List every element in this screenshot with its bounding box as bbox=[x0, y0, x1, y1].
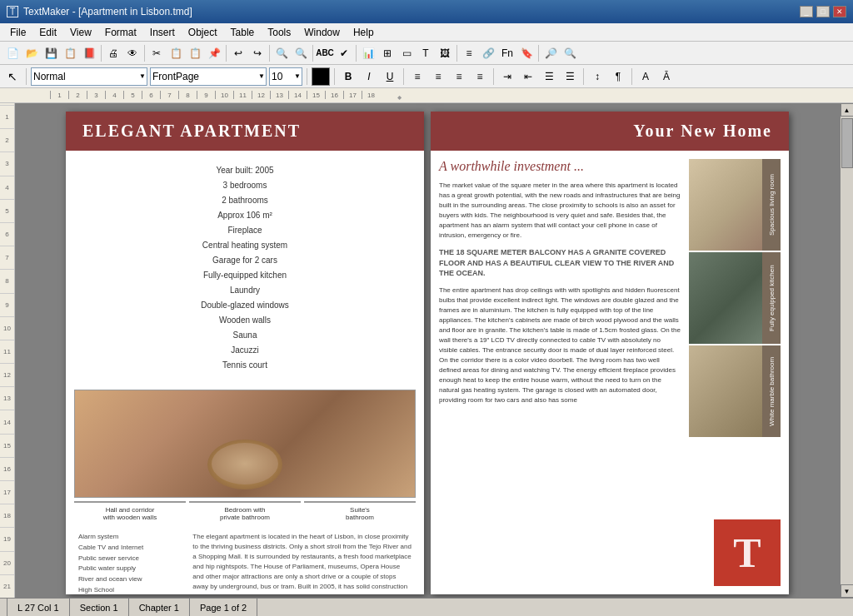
format-extra-button[interactable]: Ā bbox=[657, 67, 676, 86]
restore-button[interactable]: □ bbox=[816, 6, 830, 17]
paste-button[interactable]: 📋 bbox=[186, 44, 204, 62]
property-item: Fireplace bbox=[99, 223, 391, 238]
highlight-text: THE 18 SQUARE METER BALCONY HAS A GRANIT… bbox=[439, 247, 681, 279]
size-select[interactable]: 10 bbox=[269, 67, 302, 86]
numbered-list-button[interactable]: ☰ bbox=[561, 67, 579, 86]
open-button[interactable]: 📂 bbox=[22, 44, 41, 62]
kitchen-photo-label: Fully equipped kitchen bbox=[762, 252, 781, 344]
zoom-in-button[interactable]: 🔍 bbox=[561, 44, 579, 62]
bedroom-caption: Bedroom withprivate bathroom bbox=[189, 506, 301, 521]
paragraph-button[interactable]: ¶ bbox=[609, 67, 627, 86]
small-photos-row: Hall and corridorwith wooden walls Bedro… bbox=[74, 501, 416, 521]
menu-table[interactable]: Table bbox=[224, 25, 262, 40]
undo-button[interactable]: ↩ bbox=[229, 44, 247, 62]
list-button[interactable]: ☰ bbox=[540, 67, 558, 86]
close-button[interactable]: ✕ bbox=[833, 6, 846, 17]
minimize-button[interactable]: _ bbox=[800, 6, 813, 17]
paste-special-button[interactable]: 📌 bbox=[205, 44, 223, 62]
zoom-out-button[interactable]: 🔎 bbox=[541, 44, 560, 62]
fmt-sep-4 bbox=[493, 68, 494, 85]
copy-button[interactable]: 📋 bbox=[167, 44, 185, 62]
save-button[interactable]: 💾 bbox=[42, 44, 60, 62]
new-button[interactable]: 📄 bbox=[3, 44, 22, 62]
menu-window[interactable]: Window bbox=[297, 25, 347, 40]
italic-button[interactable]: I bbox=[360, 67, 378, 86]
menu-view[interactable]: View bbox=[63, 25, 98, 40]
chart-button[interactable]: 📊 bbox=[359, 44, 377, 62]
property-item: 2 bathrooms bbox=[99, 193, 391, 208]
desc-item: Public sewer service bbox=[78, 554, 187, 564]
menu-insert[interactable]: Insert bbox=[143, 25, 182, 40]
line-spacing-button[interactable]: ↕ bbox=[588, 67, 606, 86]
redo-button[interactable]: ↪ bbox=[248, 44, 267, 62]
justify-button[interactable]: ≡ bbox=[471, 67, 489, 86]
toolbar-sep-2 bbox=[144, 45, 145, 62]
property-item: 3 bedrooms bbox=[99, 178, 391, 193]
align-left-button[interactable]: ≡ bbox=[408, 67, 426, 86]
page-right[interactable]: Your New Home A worthwhile investment ..… bbox=[431, 112, 789, 594]
menu-object[interactable]: Object bbox=[182, 25, 224, 40]
save-all-button[interactable]: 📋 bbox=[61, 44, 79, 62]
toolbar-sep-7 bbox=[456, 45, 457, 62]
scroll-track[interactable] bbox=[841, 117, 853, 584]
bold-button[interactable]: B bbox=[339, 67, 357, 86]
toolbar-sep-4 bbox=[269, 45, 270, 62]
window-title: TextMaker - [Apartment in Lisbon.tmd] bbox=[23, 6, 798, 17]
align-center-button[interactable]: ≡ bbox=[429, 67, 447, 86]
desc-item: High School bbox=[78, 585, 187, 594]
scroll-thumb[interactable] bbox=[841, 118, 853, 168]
menu-help[interactable]: Help bbox=[347, 25, 381, 40]
investment-title: A worthwhile investment ... bbox=[439, 159, 681, 174]
frame-button[interactable]: ▭ bbox=[397, 44, 416, 62]
table-button[interactable]: ⊞ bbox=[378, 44, 397, 62]
document-area[interactable]: Elegant Apartment Year built: 2005 3 bed… bbox=[15, 103, 840, 598]
brand-letter: T bbox=[733, 529, 761, 577]
vertical-scrollbar[interactable]: ▲ ▼ bbox=[840, 103, 853, 598]
menu-tools[interactable]: Tools bbox=[261, 25, 297, 40]
search-button[interactable]: 🔍 bbox=[272, 44, 291, 62]
fmt-sep-1 bbox=[307, 68, 307, 85]
find-replace-button[interactable]: 🔍 bbox=[292, 44, 310, 62]
field-button[interactable]: ≡ bbox=[460, 44, 478, 62]
menu-file[interactable]: File bbox=[3, 25, 32, 40]
page-left[interactable]: Elegant Apartment Year built: 2005 3 bed… bbox=[66, 112, 424, 594]
print-preview-button[interactable]: 👁 bbox=[123, 44, 142, 62]
style-button-2[interactable]: A bbox=[636, 67, 655, 86]
style-select[interactable]: Normal bbox=[31, 67, 147, 86]
side-photo-kitchen: Fully equipped kitchen bbox=[689, 252, 781, 344]
menu-format[interactable]: Format bbox=[98, 25, 143, 40]
scroll-up-button[interactable]: ▲ bbox=[841, 103, 854, 117]
indent-more-button[interactable]: ⇥ bbox=[498, 67, 516, 86]
image-button[interactable]: 🖼 bbox=[436, 44, 454, 62]
property-item: Garage for 2 cars bbox=[99, 253, 391, 268]
spellcheck-button[interactable]: ABC bbox=[316, 44, 334, 62]
property-list: Year built: 2005 3 bedrooms 2 bathrooms … bbox=[66, 151, 424, 385]
left-description: Alarm system Cable TV and Internet Publi… bbox=[66, 525, 424, 594]
underline-button[interactable]: U bbox=[381, 67, 399, 86]
property-item: Central heating system bbox=[99, 238, 391, 253]
desc-list-col: Alarm system Cable TV and Internet Publi… bbox=[78, 532, 187, 594]
print-button[interactable]: 🖨 bbox=[104, 44, 122, 62]
photos-section: Hall and corridorwith wooden walls Bedro… bbox=[66, 385, 424, 525]
bookmark-button[interactable]: 🔖 bbox=[517, 44, 536, 62]
side-photo-bathroom: White marble bathroom bbox=[689, 345, 781, 437]
indent-less-button[interactable]: ⇤ bbox=[519, 67, 537, 86]
autocorrect-button[interactable]: ✔ bbox=[335, 44, 353, 62]
cut-button[interactable]: ✂ bbox=[147, 44, 166, 62]
property-item: Fully-equipped kitchen bbox=[99, 268, 391, 283]
small-photo-2-col: Bedroom withprivate bathroom bbox=[189, 501, 301, 521]
text-color-box[interactable] bbox=[312, 67, 330, 86]
pdf-button[interactable]: 📕 bbox=[80, 44, 98, 62]
font-select[interactable]: FrontPage bbox=[150, 67, 267, 86]
menu-edit[interactable]: Edit bbox=[32, 25, 63, 40]
cursor-tool-button[interactable]: ↖ bbox=[3, 67, 22, 86]
main-photo bbox=[74, 390, 416, 498]
horizontal-ruler: 1 2 3 4 5 6 7 8 9 10 11 12 13 14 15 16 1… bbox=[0, 88, 853, 103]
suite-caption: Suite'sbathroom bbox=[304, 506, 416, 521]
hyperlink-button[interactable]: 🔗 bbox=[479, 44, 497, 62]
footnote-button[interactable]: Fn bbox=[498, 44, 516, 62]
scroll-down-button[interactable]: ▼ bbox=[841, 584, 854, 598]
align-right-button[interactable]: ≡ bbox=[450, 67, 468, 86]
textbox-button[interactable]: T bbox=[417, 44, 435, 62]
main-area: 1 2 3 4 5 6 7 8 9 10 11 12 13 14 15 16 1… bbox=[0, 103, 853, 598]
